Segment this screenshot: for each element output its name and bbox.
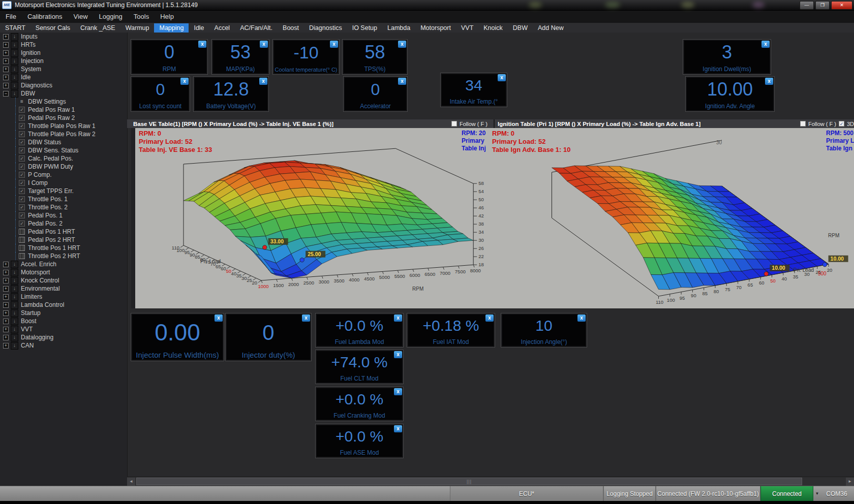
tree-item-vvt[interactable]: +↓VVT (0, 325, 127, 333)
tree-item-pedal-pos-1[interactable]: ✓Pedal Pos. 1 (0, 211, 127, 219)
tab-vvt[interactable]: VVT (456, 23, 478, 33)
gauge-close-icon[interactable]: x (215, 314, 223, 322)
tab-boost[interactable]: Boost (278, 23, 304, 33)
tab-start[interactable]: START (0, 23, 30, 33)
tree-item-system[interactable]: +↓System (0, 65, 127, 73)
tree-item-pedal-pos-2-hrt[interactable]: Pedal Pos 2 HRT (0, 236, 127, 244)
gauge-close-icon[interactable]: x (394, 351, 402, 358)
tree-item-can[interactable]: +↓CAN (0, 341, 127, 350)
gauge-close-icon[interactable]: x (485, 314, 494, 322)
tree-item-motorsport[interactable]: +↓Motorsport (0, 268, 127, 276)
tree-item-diagnostics[interactable]: +↓Diagnostics (0, 81, 127, 89)
tree-item-pedal-pos-1-hrt[interactable]: Pedal Pos 1 HRT (0, 228, 127, 236)
tree-item-environmental[interactable]: +↓Environmental (0, 285, 127, 293)
follow-label-ve[interactable]: Follow ( F ) (460, 121, 487, 127)
expand-icon[interactable]: + (3, 294, 9, 300)
ignition-table-3d-chart[interactable]: 2025303540506065707580859095100110RPMPri… (489, 128, 854, 308)
tree-item-dbw[interactable]: −↓DBW (0, 89, 127, 98)
tab-accel[interactable]: Accel (209, 23, 235, 33)
gauge-close-icon[interactable]: x (398, 78, 406, 85)
tree-item-lambda-control[interactable]: +↓Lambda Control (0, 301, 127, 309)
expand-icon[interactable]: + (3, 270, 9, 275)
tree-item-inputs[interactable]: +↓Inputs (0, 33, 127, 41)
tree-item-datalogging[interactable]: +↓Datalogging (0, 333, 127, 341)
ecu-status[interactable]: ECU* (450, 486, 603, 501)
collapse-icon[interactable]: − (3, 91, 9, 97)
gauge-close-icon[interactable]: x (260, 41, 268, 48)
tree-item-calc-pedal-pos[interactable]: ✓Calc. Pedal Pos. (0, 154, 127, 163)
logging-status[interactable]: Logging Stopped (603, 486, 656, 501)
ignition-table-panel[interactable]: 2025303540506065707580859095100110RPMPri… (489, 128, 854, 308)
gauge-close-icon[interactable]: x (577, 314, 586, 322)
tab-add-new[interactable]: Add New (533, 23, 569, 33)
ve-table-panel[interactable]: 1000150020002500300035004000450050005500… (131, 128, 490, 308)
expand-icon[interactable]: + (3, 327, 9, 332)
expand-icon[interactable]: + (3, 286, 9, 292)
gauge-close-icon[interactable]: x (761, 41, 770, 48)
port-dropdown-arrow-icon[interactable]: ▼ (813, 489, 821, 498)
tree-item-limiters[interactable]: +↓Limiters (0, 293, 127, 301)
tree-item-throttle-pos-2[interactable]: ✓Throttle Pos. 2 (0, 203, 127, 211)
tree-item-i-comp[interactable]: ✓I Comp (0, 179, 127, 187)
tab-idle[interactable]: Idle (189, 23, 209, 33)
minimize-button[interactable]: — (800, 1, 814, 10)
horizontal-scrollbar[interactable]: ◄ ||| ► (127, 477, 854, 486)
tree-item-throttle-pos-1-hrt[interactable]: Throttle Pos 1 HRT (0, 244, 127, 252)
tab-dbw[interactable]: DBW (508, 23, 533, 33)
maximize-button[interactable]: ❐ (815, 1, 830, 10)
scrollbar-thumb[interactable]: ||| (136, 478, 802, 485)
tree-item-dbw-pwm-duty[interactable]: ✓DBW PWM Duty (0, 163, 127, 171)
tab-diagnostics[interactable]: Diagnostics (304, 23, 347, 33)
gauge-close-icon[interactable]: x (180, 78, 189, 85)
threed-label[interactable]: 3D (847, 121, 854, 127)
expand-icon[interactable]: + (3, 310, 9, 316)
gauge-close-icon[interactable]: x (330, 41, 338, 48)
tree-item-throttle-plate-pos-raw-1[interactable]: ✓Throttle Plate Pos Raw 1 (0, 122, 127, 130)
tab-ac-fan-alt[interactable]: AC/Fan/Alt. (235, 23, 278, 33)
connection-status-badge[interactable]: Connected (760, 486, 813, 501)
expand-icon[interactable]: + (3, 75, 9, 80)
gauge-close-icon[interactable]: x (394, 425, 402, 432)
tree-item-knock-control[interactable]: +↓Knock Control (0, 276, 127, 285)
tree-item-p-comp[interactable]: ✓P Comp. (0, 171, 127, 179)
expand-icon[interactable]: + (3, 83, 9, 88)
gauge-close-icon[interactable]: x (302, 314, 310, 322)
menu-item-help[interactable]: Help (155, 10, 179, 23)
gauge-close-icon[interactable]: x (394, 388, 402, 395)
expand-icon[interactable]: + (3, 42, 9, 48)
tab-lambda[interactable]: Lambda (382, 23, 415, 33)
tree-item-dbw-settings[interactable]: ≡DBW Settings (0, 98, 127, 106)
tree-item-throttle-pos-2-hrt[interactable]: Throttle Pos 2 HRT (0, 252, 127, 260)
tree-item-ignition[interactable]: +↓Ignition (0, 49, 127, 57)
expand-icon[interactable]: + (3, 335, 9, 340)
expand-icon[interactable]: + (3, 262, 9, 267)
tab-io-setup[interactable]: IO Setup (347, 23, 382, 33)
follow-checkbox-ve[interactable] (451, 121, 457, 127)
gauge-close-icon[interactable]: x (259, 78, 267, 85)
tab-motorsport[interactable]: Motorsport (415, 23, 456, 33)
tab-knoick[interactable]: Knoick (478, 23, 508, 33)
expand-icon[interactable]: + (3, 58, 9, 64)
tree-item-dbw-sens-status[interactable]: ✓DBW Sens. Status (0, 146, 127, 154)
tab-sensor-cals[interactable]: Sensor Cals (30, 23, 75, 33)
tree-item-throttle-plate-pos-raw-2[interactable]: ✓Throttle Plate Pos Raw 2 (0, 130, 127, 138)
gauge-close-icon[interactable]: x (398, 41, 406, 48)
expand-icon[interactable]: + (3, 34, 9, 40)
expand-icon[interactable]: + (3, 302, 9, 308)
menu-item-view[interactable]: View (68, 10, 94, 23)
tree-item-idle[interactable]: +↓Idle (0, 73, 127, 81)
tree-item-throttle-pos-1[interactable]: ✓Throttle Pos. 1 (0, 195, 127, 203)
menu-item-logging[interactable]: Logging (94, 10, 128, 23)
tree-item-dbw-status[interactable]: ✓DBW Status (0, 138, 127, 146)
com-port[interactable]: COM36 (821, 486, 852, 501)
scroll-right-arrow-icon[interactable]: ► (846, 478, 854, 486)
follow-label-ign[interactable]: Follow ( F ) (808, 121, 836, 127)
expand-icon[interactable]: + (3, 343, 9, 349)
close-button[interactable]: ✕ (831, 1, 852, 10)
menu-item-calibrations[interactable]: Calibrations (22, 10, 68, 23)
tab-warmup[interactable]: Warmup (120, 23, 155, 33)
tab-crank-ase[interactable]: Crank _ASE (75, 23, 120, 33)
ve-table-3d-chart[interactable]: 1000150020002500300035004000450050005500… (135, 128, 490, 308)
menu-item-file[interactable]: File (0, 10, 22, 23)
tree-item-pedal-pos-raw-2[interactable]: ✓Pedal Pos Raw 2 (0, 114, 127, 122)
